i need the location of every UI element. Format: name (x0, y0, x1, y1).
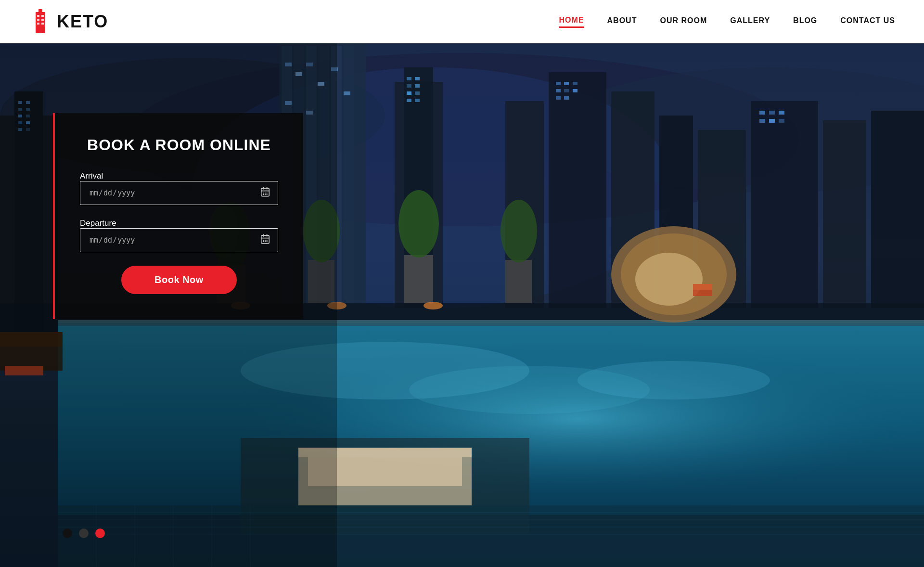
logo-text: KETO (57, 12, 108, 32)
svg-rect-61 (556, 89, 561, 92)
svg-rect-59 (564, 82, 569, 85)
svg-rect-31 (344, 46, 354, 306)
svg-rect-2 (37, 15, 39, 17)
svg-rect-7 (41, 23, 44, 25)
departure-input[interactable] (80, 228, 278, 252)
dot-1[interactable] (63, 528, 72, 538)
arrival-input-wrap (80, 181, 278, 205)
departure-label: Departure (80, 219, 116, 228)
svg-rect-60 (573, 82, 578, 85)
hero-section: BOOK A ROOM ONLINE Arrival Depa (0, 43, 924, 567)
svg-rect-47 (415, 91, 420, 95)
svg-rect-63 (573, 89, 578, 92)
svg-rect-48 (407, 99, 411, 102)
svg-point-98 (398, 190, 439, 258)
svg-point-100 (500, 200, 537, 262)
dot-2[interactable] (79, 528, 89, 538)
svg-rect-49 (415, 99, 420, 102)
svg-rect-69 (759, 119, 765, 123)
booking-panel: BOOK A ROOM ONLINE Arrival Depa (53, 113, 303, 319)
svg-rect-66 (759, 111, 765, 115)
svg-rect-97 (404, 255, 433, 303)
svg-rect-4 (37, 19, 39, 21)
booking-title: BOOK A ROOM ONLINE (80, 136, 278, 154)
book-now-button[interactable]: Book Now (121, 266, 237, 294)
arrival-input[interactable] (80, 181, 278, 205)
svg-rect-46 (407, 91, 411, 95)
svg-rect-88 (693, 284, 712, 290)
svg-rect-51 (549, 72, 606, 308)
nav-item-home[interactable]: HOME (559, 16, 584, 28)
departure-input-wrap (80, 228, 278, 252)
svg-rect-56 (823, 120, 866, 308)
logo-icon (29, 8, 52, 35)
nav-item-about[interactable]: ABOUT (607, 16, 637, 27)
svg-rect-42 (407, 77, 411, 80)
logo[interactable]: KETO (29, 8, 108, 35)
svg-point-77 (578, 361, 770, 399)
svg-point-86 (635, 253, 703, 306)
svg-rect-67 (769, 111, 775, 115)
nav-item-gallery[interactable]: GALLERY (730, 16, 770, 27)
svg-rect-45 (415, 84, 420, 88)
svg-rect-3 (41, 15, 44, 17)
svg-rect-57 (871, 111, 924, 308)
svg-rect-39 (344, 91, 350, 95)
svg-rect-62 (564, 89, 569, 92)
svg-point-103 (424, 302, 443, 309)
svg-rect-68 (779, 111, 784, 115)
nav-item-our-room[interactable]: OUR ROOM (660, 16, 707, 27)
arrival-label: Arrival (80, 171, 103, 180)
svg-rect-58 (556, 82, 561, 85)
svg-rect-55 (751, 101, 818, 308)
svg-rect-71 (779, 119, 784, 123)
hero-dots (63, 528, 105, 538)
svg-rect-70 (769, 119, 775, 123)
svg-rect-1 (38, 9, 42, 14)
svg-rect-64 (556, 96, 561, 100)
svg-rect-43 (415, 77, 420, 80)
nav-item-contact[interactable]: CONTACT US (840, 16, 895, 27)
svg-rect-5 (41, 19, 44, 21)
nav: HOME ABOUT OUR ROOM GALLERY BLOG CONTACT… (559, 16, 895, 28)
nav-item-blog[interactable]: BLOG (793, 16, 817, 27)
svg-rect-44 (407, 84, 411, 88)
svg-rect-65 (564, 96, 569, 100)
svg-rect-6 (37, 23, 39, 25)
header: KETO HOME ABOUT OUR ROOM GALLERY BLOG CO… (0, 0, 924, 43)
dot-3-active[interactable] (95, 528, 105, 538)
svg-rect-99 (505, 260, 532, 303)
